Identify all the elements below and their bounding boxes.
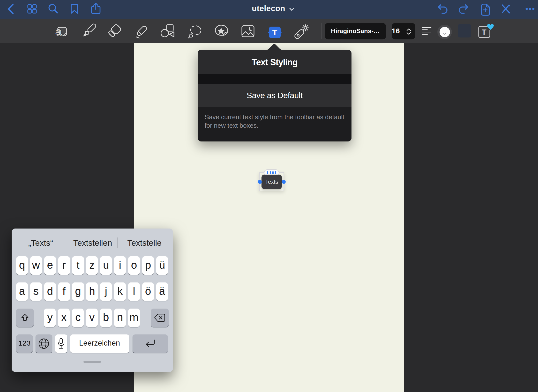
svg-text:a: a (55, 25, 62, 38)
svg-text:T: T (482, 28, 486, 37)
